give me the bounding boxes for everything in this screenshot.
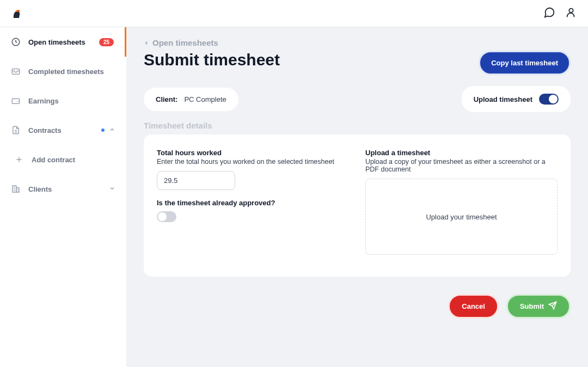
- chevron-up-icon: [109, 125, 115, 135]
- clock-icon: [11, 37, 21, 47]
- approved-label: Is the timesheet already approved?: [157, 199, 349, 207]
- sidebar-item-contracts[interactable]: Contracts: [0, 115, 126, 145]
- sidebar-item-completed-timesheets[interactable]: Completed timesheets: [0, 57, 126, 86]
- header-actions: [543, 7, 577, 21]
- logo: [11, 7, 24, 20]
- sidebar-item-earnings[interactable]: Earnings: [0, 86, 126, 115]
- chat-icon[interactable]: [543, 7, 555, 21]
- chevron-left-icon: [144, 38, 149, 47]
- breadcrumb-label: Open timesheets: [152, 38, 218, 47]
- section-title: Timesheet details: [144, 121, 571, 130]
- total-hours-label: Total hours worked: [157, 149, 349, 157]
- sidebar-item-label: Completed timesheets: [28, 68, 115, 76]
- page-header: Submit timesheet Copy last timesheet: [144, 51, 571, 75]
- client-label: Client:: [156, 95, 177, 103]
- profile-icon[interactable]: [565, 7, 577, 21]
- document-icon: [11, 125, 21, 135]
- svg-rect-3: [12, 69, 20, 75]
- meta-row: Client: PC Complete Upload timesheet: [144, 86, 571, 112]
- sidebar-item-label: Earnings: [28, 97, 115, 105]
- sidebar-item-add-contract[interactable]: Add contract: [0, 145, 126, 174]
- upload-dropzone[interactable]: Upload your timesheet: [365, 179, 558, 255]
- toggle-knob: [158, 212, 167, 221]
- svg-point-0: [19, 10, 19, 11]
- page-title: Submit timesheet: [144, 51, 280, 69]
- send-icon: [548, 301, 557, 311]
- sidebar-item-label: Contracts: [28, 126, 94, 134]
- left-column: Total hours worked Enter the total hours…: [157, 149, 349, 255]
- client-value: PC Complete: [184, 95, 226, 103]
- submit-label: Submit: [520, 302, 544, 310]
- sidebar-item-clients[interactable]: Clients: [0, 174, 126, 204]
- chevron-down-icon: [109, 184, 115, 194]
- upload-toggle-pill: Upload timesheet: [462, 86, 571, 112]
- client-pill: Client: PC Complete: [144, 88, 238, 111]
- logo-icon: [11, 7, 24, 20]
- upload-help: Upload a copy of your timesheet as eithe…: [365, 158, 558, 173]
- toggle-knob: [549, 95, 558, 103]
- sidebar-item-open-timesheets[interactable]: Open timesheets 25: [0, 27, 126, 57]
- submit-button[interactable]: Submit: [506, 294, 571, 319]
- upload-placeholder: Upload your timesheet: [426, 213, 497, 221]
- copy-last-timesheet-button[interactable]: Copy last timesheet: [479, 51, 571, 75]
- total-hours-help: Enter the total hours you worked on the …: [157, 158, 349, 166]
- sidebar-item-label: Add contract: [32, 156, 115, 164]
- building-icon: [11, 184, 21, 194]
- svg-rect-6: [16, 188, 19, 192]
- sidebar: Open timesheets 25 Completed timesheets …: [0, 27, 126, 367]
- open-timesheets-badge: 25: [99, 38, 114, 46]
- footer-actions: Cancel Submit: [144, 294, 571, 319]
- timesheet-details-card: Total hours worked Enter the total hours…: [144, 134, 571, 277]
- upload-label: Upload a timesheet: [365, 149, 558, 157]
- upload-timesheet-toggle[interactable]: [539, 94, 559, 105]
- notification-dot-icon: [101, 129, 105, 132]
- sidebar-item-label: Clients: [28, 185, 101, 193]
- already-approved-toggle[interactable]: [157, 211, 176, 222]
- breadcrumb[interactable]: Open timesheets: [144, 38, 218, 47]
- upload-toggle-label: Upload timesheet: [474, 95, 532, 103]
- wallet-icon: [11, 96, 21, 106]
- main-content: Open timesheets Submit timesheet Copy la…: [126, 27, 588, 367]
- svg-point-1: [569, 8, 573, 12]
- top-header: [0, 0, 588, 27]
- approved-block: Is the timesheet already approved?: [157, 199, 349, 222]
- total-hours-input[interactable]: [157, 171, 235, 190]
- sidebar-item-label: Open timesheets: [28, 38, 91, 46]
- inbox-icon: [11, 66, 21, 76]
- right-column: Upload a timesheet Upload a copy of your…: [365, 149, 558, 255]
- cancel-button[interactable]: Cancel: [448, 294, 499, 319]
- plus-icon: [14, 155, 24, 164]
